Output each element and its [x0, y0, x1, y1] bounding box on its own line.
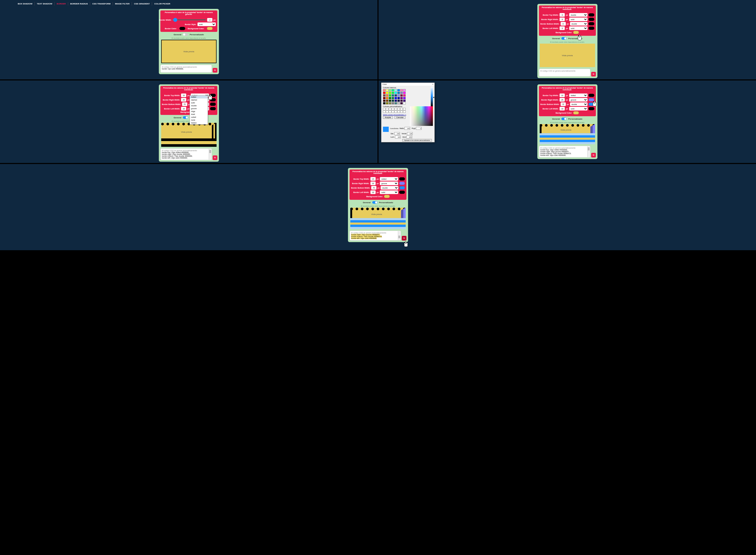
top-width-input[interactable] [559, 93, 565, 97]
border-color-swatch[interactable] [179, 27, 185, 30]
bottom-width-input[interactable] [182, 102, 187, 106]
custom-swatch[interactable] [397, 108, 400, 110]
swatch[interactable] [397, 94, 400, 97]
swatch[interactable] [389, 94, 391, 97]
swatch[interactable] [386, 89, 388, 91]
swatch[interactable] [389, 92, 391, 94]
right-width-input[interactable] [181, 98, 186, 101]
nav-item-image-filter[interactable]: IMAGE FILTER [113, 2, 132, 5]
top-width-input[interactable] [559, 13, 565, 17]
copy-button[interactable]: ⧉ [213, 68, 217, 73]
bg-color-swatch[interactable] [384, 195, 390, 198]
custom-swatch[interactable] [403, 108, 406, 110]
nav-item-border-radius[interactable]: BORDER RADIUS [68, 2, 90, 5]
top-width-input[interactable] [181, 93, 186, 97]
custom-swatch[interactable] [389, 108, 391, 110]
swatch[interactable] [397, 89, 400, 91]
swatch[interactable] [386, 97, 388, 99]
swatch[interactable] [386, 102, 388, 104]
swatch[interactable] [397, 92, 400, 94]
custom-swatch[interactable] [394, 111, 397, 113]
custom-swatch[interactable] [400, 111, 403, 113]
swatch[interactable] [391, 99, 394, 102]
swatch[interactable] [386, 99, 388, 102]
top-width-input[interactable] [370, 177, 376, 181]
cancel-button[interactable]: Cancelar [394, 116, 406, 119]
border-style-select[interactable]: solid [198, 23, 216, 26]
border-width-input[interactable] [207, 18, 212, 22]
mode-toggle[interactable] [183, 33, 188, 36]
luminosity-slider[interactable] [431, 87, 433, 106]
dropdown-option-groove[interactable]: groove [190, 107, 208, 110]
custom-swatch[interactable] [383, 108, 386, 110]
nav-item-box-shadow[interactable]: BOX SHADOW [16, 2, 35, 5]
css-output[interactable]: El código CSS se genera automáticamente:… [160, 148, 212, 160]
custom-color-swatches[interactable] [383, 108, 408, 113]
top-style-select[interactable]: dotted [569, 93, 588, 97]
left-width-input[interactable] [370, 190, 376, 194]
swatch[interactable] [383, 94, 386, 97]
right-width-input[interactable] [370, 181, 376, 185]
css-output[interactable]: El código CSS se genera automáticamente:… [539, 146, 590, 158]
style-dropdown-popup[interactable]: dotteddashedsoliddoublegrooveridgeinseto… [190, 95, 208, 125]
red-input[interactable] [416, 127, 422, 130]
right-color-swatch[interactable] [399, 182, 405, 185]
swatch[interactable] [391, 94, 394, 97]
left-width-input[interactable] [559, 27, 565, 30]
swatch[interactable] [394, 99, 397, 102]
dropdown-option-solid[interactable]: solid [190, 101, 208, 104]
left-width-input[interactable] [559, 107, 565, 111]
bottom-style-select[interactable]: double [381, 186, 398, 189]
left-style-select[interactable]: solid [569, 27, 588, 30]
mode-toggle[interactable] [561, 37, 566, 40]
add-custom-button[interactable]: Agregar a los colores personalizados [402, 139, 432, 141]
define-custom-link[interactable]: Definir colores personalizados >> [383, 114, 408, 116]
dropdown-option-double[interactable]: double [190, 104, 208, 107]
top-color-swatch[interactable] [589, 13, 594, 16]
swatch[interactable] [400, 89, 403, 91]
dropdown-option-dotted[interactable]: dotted [190, 96, 208, 98]
swatch[interactable] [394, 89, 397, 91]
bottom-style-select[interactable]: double [570, 22, 588, 26]
top-color-swatch[interactable] [589, 94, 594, 97]
right-color-swatch[interactable] [589, 18, 594, 21]
scrollbar[interactable] [209, 149, 211, 160]
swatch[interactable] [383, 99, 386, 102]
right-width-input[interactable] [559, 17, 565, 21]
basic-color-swatches[interactable] [383, 89, 408, 104]
swatch[interactable] [400, 97, 403, 99]
swatch[interactable] [394, 92, 397, 94]
green-input[interactable] [407, 132, 413, 135]
swatch[interactable] [397, 102, 400, 104]
swatch[interactable] [389, 97, 391, 99]
custom-swatch[interactable] [383, 111, 386, 113]
swatch[interactable] [383, 97, 386, 99]
swatch[interactable] [394, 102, 397, 104]
nav-item-css-gradient[interactable]: CSS GRADIENT [132, 2, 152, 5]
swatch[interactable] [403, 92, 406, 94]
dropdown-option-hidden[interactable]: hidden [190, 121, 208, 124]
swatch[interactable] [391, 92, 394, 94]
bg-color-swatch[interactable] [573, 111, 579, 115]
bottom-width-input[interactable] [371, 186, 376, 189]
copy-button[interactable]: ⧉ [591, 72, 596, 77]
bg-color-swatch[interactable] [207, 27, 213, 30]
blue-input[interactable] [407, 135, 412, 138]
copy-button[interactable]: ⧉ [591, 153, 596, 158]
swatch[interactable] [400, 102, 403, 104]
close-icon[interactable]: × [432, 83, 433, 85]
copy-button[interactable]: ⧉ [402, 236, 407, 241]
swatch[interactable] [391, 89, 394, 91]
bottom-color-swatch[interactable] [400, 186, 405, 189]
top-style-select[interactable]: dotted [380, 177, 398, 181]
swatch[interactable] [386, 92, 388, 94]
swatch[interactable] [403, 102, 406, 104]
color-gradient[interactable] [410, 106, 433, 126]
top-style-select[interactable]: double [569, 13, 588, 17]
nav-item-text-shadow[interactable]: TEXT SHADOW [35, 2, 54, 5]
sat-input[interactable] [394, 132, 400, 135]
css-output[interactable]: El código CSS se genera automáticamente:… [349, 230, 401, 241]
swatch[interactable] [389, 102, 391, 104]
left-width-input[interactable] [181, 107, 186, 111]
nav-item-border[interactable]: BORDER [54, 2, 68, 5]
